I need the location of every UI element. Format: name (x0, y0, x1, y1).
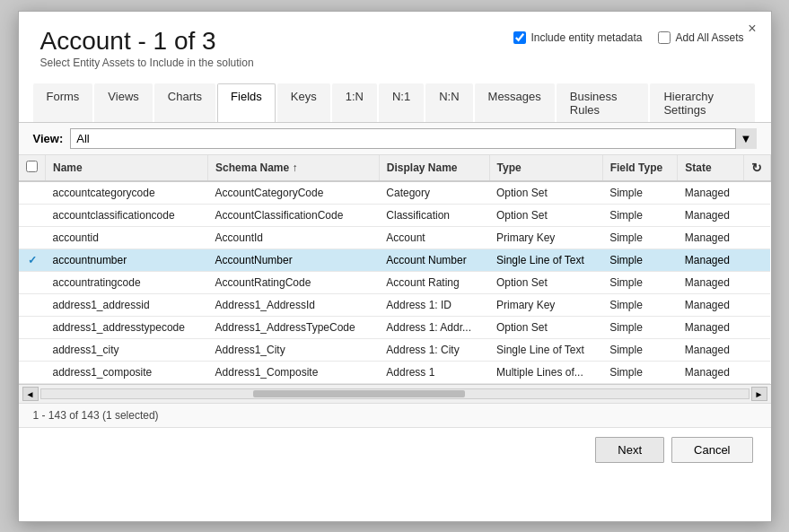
cell-field_type: Simple (602, 249, 678, 272)
row-checkbox-cell[interactable]: ✓ (19, 249, 46, 272)
cell-name: address1_composite (46, 362, 208, 384)
scroll-right-button[interactable]: ► (751, 387, 767, 401)
cell-refresh (743, 181, 770, 205)
tab-fields[interactable]: Fields (217, 83, 276, 122)
cell-refresh (743, 227, 770, 249)
tab-1-n[interactable]: 1:N (332, 83, 377, 122)
row-checkbox-cell[interactable] (19, 272, 46, 294)
cell-type: Option Set (489, 272, 602, 294)
tab-n-n[interactable]: N:N (425, 83, 472, 122)
cell-schema_name: AccountId (208, 227, 380, 249)
add-all-assets-option: Add All Assets (658, 31, 743, 44)
dialog-options: Include entity metadata Add All Assets (513, 31, 743, 44)
tab-views[interactable]: Views (94, 83, 152, 122)
cell-refresh (743, 362, 770, 384)
table-row[interactable]: address1_addresstypecodeAddress1_Address… (19, 317, 771, 339)
cell-type: Single Line of Text (489, 249, 602, 272)
col-header-type: Type (489, 155, 602, 181)
table-body: accountcategorycodeAccountCategoryCodeCa… (19, 181, 771, 384)
cell-field_type: Simple (602, 272, 678, 294)
cell-schema_name: AccountRatingCode (208, 272, 380, 294)
table-header: NameSchema Name ↑Display NameTypeField T… (19, 155, 771, 181)
table-row[interactable]: accountcategorycodeAccountCategoryCodeCa… (19, 181, 771, 205)
col-header-state: State (678, 155, 743, 181)
col-header-name: Name (46, 155, 208, 181)
cell-display_name: Account Number (379, 249, 489, 272)
tab-forms[interactable]: Forms (33, 83, 93, 122)
refresh-column-header[interactable]: ↻ (743, 155, 770, 181)
cell-state: Managed (678, 294, 743, 317)
include-metadata-label: Include entity metadata (530, 31, 642, 44)
cell-display_name: Address 1: City (379, 339, 489, 362)
view-bar: View: AllCustomManagedUnmanaged ▼ (19, 123, 771, 155)
cell-display_name: Account (379, 227, 489, 249)
tab-keys[interactable]: Keys (277, 83, 330, 122)
tabs-bar: FormsViewsChartsFieldsKeys1:NN:1N:NMessa… (19, 83, 771, 123)
dialog-footer: Next Cancel (19, 427, 771, 472)
cell-display_name: Classification (379, 205, 489, 227)
cell-display_name: Category (379, 181, 489, 205)
sort-arrow-icon: ↑ (293, 161, 298, 174)
tab-business-rules[interactable]: Business Rules (557, 83, 649, 122)
col-header-field_type: Field Type (602, 155, 678, 181)
row-checkbox-cell[interactable] (19, 294, 46, 317)
cell-type: Option Set (489, 181, 602, 205)
cell-state: Managed (678, 362, 743, 384)
row-checkbox-cell[interactable] (19, 205, 46, 227)
row-checkbox-cell[interactable] (19, 362, 46, 384)
table-row[interactable]: accountidAccountIdAccountPrimary KeySimp… (19, 227, 771, 249)
tab-n-1[interactable]: N:1 (379, 83, 424, 122)
cell-type: Option Set (489, 205, 602, 227)
cell-name: accountnumber (46, 249, 208, 272)
cell-field_type: Simple (602, 181, 678, 205)
table-row[interactable]: accountratingcodeAccountRatingCodeAccoun… (19, 272, 771, 294)
col-header-display_name: Display Name (379, 155, 489, 181)
cell-schema_name: AccountCategoryCode (208, 181, 380, 205)
scroll-thumb[interactable] (253, 390, 465, 397)
include-metadata-checkbox[interactable] (513, 31, 526, 44)
cell-state: Managed (678, 227, 743, 249)
table-row[interactable]: address1_compositeAddress1_CompositeAddr… (19, 362, 771, 384)
tab-messages[interactable]: Messages (475, 83, 555, 122)
table-row[interactable]: accountclassificationcodeAccountClassifi… (19, 205, 771, 227)
cell-schema_name: AccountNumber (208, 249, 380, 272)
scroll-left-button[interactable]: ◄ (22, 387, 39, 401)
next-button[interactable]: Next (595, 437, 664, 463)
tab-hierarchy-settings[interactable]: Hierarchy Settings (650, 83, 754, 122)
scroll-track[interactable] (40, 388, 750, 399)
row-checkbox-cell[interactable] (19, 181, 46, 205)
cell-type: Single Line of Text (489, 339, 602, 362)
cell-field_type: Simple (602, 294, 678, 317)
col-header-check[interactable] (19, 155, 46, 181)
dialog-subtitle: Select Entity Assets to Include in the s… (40, 57, 750, 69)
cell-refresh (743, 205, 770, 227)
table-row[interactable]: address1_cityAddress1_CityAddress 1: Cit… (19, 339, 771, 362)
add-all-assets-checkbox[interactable] (658, 31, 671, 44)
table-row[interactable]: address1_addressidAddress1_AddressIdAddr… (19, 294, 771, 317)
tab-charts[interactable]: Charts (154, 83, 215, 122)
refresh-icon[interactable]: ↻ (751, 161, 762, 175)
close-button[interactable]: × (742, 19, 761, 39)
cell-schema_name: Address1_AddressId (208, 294, 380, 317)
cancel-button[interactable]: Cancel (671, 437, 752, 463)
cell-field_type: Simple (602, 205, 678, 227)
cell-state: Managed (678, 249, 743, 272)
view-select-wrapper: AllCustomManagedUnmanaged ▼ (70, 128, 756, 149)
cell-name: address1_addresstypecode (46, 317, 208, 339)
row-checkbox-cell[interactable] (19, 227, 46, 249)
select-all-checkbox[interactable] (26, 161, 38, 172)
main-dialog: × Account - 1 of 3 Select Entity Assets … (18, 11, 772, 522)
cell-name: accountid (46, 227, 208, 249)
cell-display_name: Address 1: Addr... (379, 317, 489, 339)
data-table: NameSchema Name ↑Display NameTypeField T… (19, 155, 771, 384)
cell-type: Option Set (489, 317, 602, 339)
horizontal-scrollbar: ◄ ► (19, 384, 771, 403)
table-container[interactable]: NameSchema Name ↑Display NameTypeField T… (19, 155, 771, 384)
cell-schema_name: Address1_AddressTypeCode (208, 317, 380, 339)
table-row[interactable]: ✓accountnumberAccountNumberAccount Numbe… (19, 249, 771, 272)
cell-name: accountcategorycode (46, 181, 208, 205)
row-checkbox-cell[interactable] (19, 317, 46, 339)
row-checkbox-cell[interactable] (19, 339, 46, 362)
view-select[interactable]: AllCustomManagedUnmanaged (70, 128, 756, 149)
cell-state: Managed (678, 181, 743, 205)
